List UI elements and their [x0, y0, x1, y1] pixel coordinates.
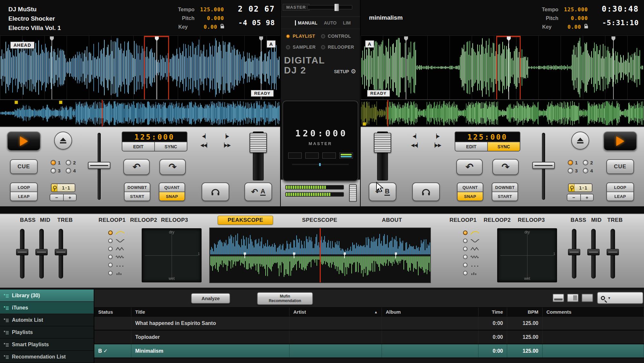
loop-out-button[interactable]: ↷: [159, 159, 186, 175]
hotcue-3[interactable]: 3: [568, 168, 578, 173]
relooper-page-button[interactable]: RELOOPER: [328, 44, 356, 50]
chevron-down-icon[interactable]: ▼: [608, 296, 611, 300]
fx-option-2[interactable]: [108, 238, 125, 244]
playhead-pin[interactable]: [156, 36, 157, 99]
sync-button[interactable]: SYNC: [154, 142, 187, 151]
hotcue-1[interactable]: 1: [51, 160, 61, 165]
cue-button[interactable]: CUE: [10, 159, 38, 174]
loop-button[interactable]: LOOP: [607, 183, 633, 191]
mid-slider[interactable]: [591, 229, 596, 279]
loop-minus-button[interactable]: −: [567, 194, 580, 201]
layout-split-button[interactable]: [567, 294, 579, 302]
manual-mode-button[interactable]: MANUAL: [295, 20, 317, 25]
fx-option-6[interactable]: [108, 270, 125, 276]
fx-option-3[interactable]: [463, 246, 480, 252]
hotcue-4[interactable]: 4: [583, 168, 593, 173]
crossfader-handle[interactable]: [334, 4, 339, 11]
sidebar-item-recommendation-list[interactable]: Recommendation List: [0, 351, 94, 363]
sidebar-item-automix-list[interactable]: Automix List: [0, 314, 94, 326]
reloop1-tab-left[interactable]: RELOOP1: [99, 217, 126, 223]
fx-xy-pad-right[interactable]: dry 1 wet: [497, 228, 557, 282]
fx-option-5[interactable]: [463, 262, 480, 268]
column-title[interactable]: Title: [131, 308, 289, 316]
column-album[interactable]: Album: [382, 308, 478, 316]
table-row[interactable]: Toploader 0:00 125.00: [94, 330, 644, 344]
nudge-forward-button[interactable]: ▕▶: [433, 133, 440, 139]
quantize-button[interactable]: QUANT: [159, 183, 185, 191]
pitch-fader-handle[interactable]: [88, 162, 110, 169]
fx-option-5[interactable]: [108, 262, 125, 268]
reloop3-tab-right[interactable]: RELOOP3: [518, 217, 545, 223]
treb-slider[interactable]: [59, 229, 63, 279]
pitch-fader-handle[interactable]: [532, 162, 555, 169]
sidebar-item-itunes[interactable]: iTunes: [0, 302, 94, 314]
downbeat-button[interactable]: DOWNBT: [492, 183, 517, 191]
table-row-selected[interactable]: B ✓ Minimalism 0:00 125.00: [94, 344, 644, 358]
specscope-tab[interactable]: SPECSCOPE: [302, 217, 337, 223]
leap-button[interactable]: LEAP: [607, 191, 633, 201]
snap-button[interactable]: SNAP: [458, 191, 483, 201]
hotcue-4[interactable]: 4: [66, 168, 76, 173]
treb-slider[interactable]: [611, 229, 615, 279]
eject-button[interactable]: [571, 132, 589, 150]
loop-button[interactable]: LOOP: [11, 183, 37, 191]
sidebar-item-playlists[interactable]: Playlists: [0, 326, 94, 338]
sync-button[interactable]: SYNC: [487, 142, 520, 151]
seek-forward-button[interactable]: ▕▶▶: [221, 142, 230, 148]
crossfader[interactable]: [307, 5, 352, 9]
table-empty-area[interactable]: [94, 358, 644, 363]
control-page-button[interactable]: CONTROL: [328, 34, 356, 39]
pitch-fader[interactable]: [530, 132, 557, 201]
mid-slider[interactable]: [39, 229, 44, 279]
master-volume-slider[interactable]: [349, 184, 357, 202]
nudge-back-button[interactable]: ◀▏: [202, 133, 208, 139]
edit-button[interactable]: EDIT: [455, 142, 487, 151]
start-button[interactable]: START: [492, 191, 517, 201]
cue-pin[interactable]: [52, 36, 52, 99]
reloop1-tab-right[interactable]: RELOOP1: [450, 217, 477, 223]
cue-button[interactable]: CUE: [606, 159, 634, 174]
seek-back-button[interactable]: ◀◀▏: [411, 142, 420, 148]
deck-b-overview-canvas[interactable]: [361, 100, 644, 126]
bass-slider[interactable]: [20, 229, 24, 279]
monitor-a-button[interactable]: ↶ A: [244, 182, 272, 201]
hotcue-1[interactable]: 1: [568, 160, 578, 165]
fx-option-6[interactable]: [463, 270, 480, 276]
loop-out-button[interactable]: ↷: [492, 159, 519, 175]
loop-in-button[interactable]: ↶: [123, 159, 150, 175]
search-input[interactable]: ▼: [597, 292, 643, 304]
volume-fader-handle[interactable]: [374, 133, 391, 153]
downbeat-button[interactable]: DOWNBT: [125, 183, 150, 191]
fx-option-2[interactable]: [463, 238, 480, 244]
nudge-forward-button[interactable]: ▕▶: [223, 133, 229, 139]
key-lock-icon[interactable]: [221, 26, 224, 28]
leap-button[interactable]: LEAP: [11, 191, 37, 201]
column-comments[interactable]: Comments: [543, 308, 644, 316]
table-row[interactable]: What happened in Espirito Santo 0:00 125…: [94, 317, 644, 330]
edit-button[interactable]: EDIT: [122, 142, 154, 151]
peakscope-tab[interactable]: PEAKSCOPE: [218, 216, 273, 225]
seek-forward-button[interactable]: ▕▶▶: [431, 142, 441, 148]
loop-plus-button[interactable]: +: [63, 194, 76, 201]
setup-button[interactable]: SETUP⚙: [334, 68, 356, 75]
sidebar-item-library[interactable]: Library (30): [0, 289, 94, 302]
deck-a-overview-canvas[interactable]: [0, 100, 280, 126]
overview-cue-marker[interactable]: [363, 122, 366, 126]
fx-xy-pad-left[interactable]: dry 1 wet: [142, 228, 202, 282]
radio-icon[interactable]: [321, 34, 325, 38]
play-button[interactable]: [603, 132, 637, 151]
about-tab[interactable]: ABOUT: [382, 217, 402, 223]
playhead-pin[interactable]: [508, 36, 509, 99]
radio-icon[interactable]: [286, 45, 290, 49]
playlist-page-button[interactable]: PLAYLIST: [293, 34, 321, 39]
quantize-button[interactable]: QUANT: [458, 183, 483, 191]
snap-button[interactable]: SNAP: [159, 191, 185, 201]
fx-option-1[interactable]: [463, 230, 480, 236]
eject-button[interactable]: [54, 132, 72, 150]
radio-icon[interactable]: [321, 45, 325, 49]
fx-option-1[interactable]: [108, 230, 125, 236]
column-status[interactable]: Status: [94, 308, 131, 316]
overview-cue-marker[interactable]: [14, 101, 18, 104]
key-lock-icon[interactable]: [584, 26, 588, 28]
reloop2-tab-left[interactable]: RELOOP2: [130, 217, 157, 223]
